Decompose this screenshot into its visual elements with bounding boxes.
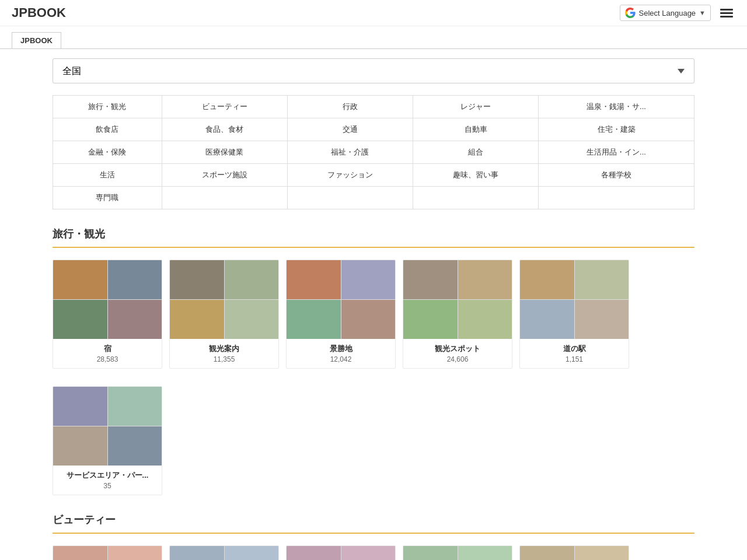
card-img-cell bbox=[575, 300, 629, 339]
section-travel-divider bbox=[53, 247, 694, 248]
category-car[interactable]: 自動車 bbox=[413, 118, 539, 141]
card-img-cell bbox=[225, 260, 279, 299]
card-beauty5-image bbox=[520, 546, 629, 560]
card-keisho-count: 12,042 bbox=[292, 355, 389, 363]
category-life[interactable]: 生活 bbox=[53, 164, 162, 187]
card-yado-count: 28,583 bbox=[59, 355, 156, 363]
travel-card-grid-row2: サービスエリア・パー... 35 bbox=[53, 386, 694, 495]
category-daily-goods[interactable]: 生活用品・イン... bbox=[539, 141, 694, 164]
card-img-cell bbox=[520, 300, 574, 339]
card-img-cell bbox=[520, 260, 574, 299]
travel-card-grid: 宿 28,583 観光案内 11,355 bbox=[53, 260, 694, 369]
card-img-cell bbox=[403, 546, 458, 560]
card-beauty-1[interactable] bbox=[53, 545, 162, 560]
region-select[interactable]: 全国 bbox=[53, 58, 694, 83]
card-keisho-image bbox=[287, 260, 395, 339]
card-img-cell bbox=[108, 426, 162, 466]
main-content: 全国 旅行・観光 ビューティー 行政 レジャー 温泉・銭湯・サ... 飲食店 食… bbox=[41, 49, 706, 560]
card-beauty-5[interactable] bbox=[519, 545, 629, 560]
card-img-cell bbox=[225, 300, 279, 339]
category-finance[interactable]: 金融・保険 bbox=[53, 141, 162, 164]
google-translate-widget[interactable]: Select Language ▼ bbox=[620, 5, 711, 21]
category-travel[interactable]: 旅行・観光 bbox=[53, 96, 162, 118]
site-logo[interactable]: JPBOOK bbox=[12, 5, 66, 20]
card-img-cell bbox=[108, 546, 162, 560]
card-img-cell bbox=[53, 300, 107, 339]
category-empty3 bbox=[413, 187, 539, 209]
card-beauty3-image bbox=[287, 546, 395, 560]
card-michinoeki-count: 1,151 bbox=[526, 355, 623, 363]
card-beauty-2[interactable] bbox=[169, 545, 279, 560]
card-michinoeki[interactable]: 道の駅 1,151 bbox=[519, 260, 629, 369]
card-img-cell bbox=[170, 260, 224, 299]
card-beauty2-image bbox=[170, 546, 278, 560]
category-row: 生活 スポーツ施設 ファッション 趣味、習い事 各種学校 bbox=[53, 164, 694, 187]
category-fashion[interactable]: ファッション bbox=[287, 164, 413, 187]
category-specialist[interactable]: 専門職 bbox=[53, 187, 162, 209]
category-hobby[interactable]: 趣味、習い事 bbox=[413, 164, 539, 187]
card-michinoeki-name: 道の駅 bbox=[526, 344, 623, 354]
card-img-cell bbox=[53, 426, 107, 466]
card-img-cell bbox=[575, 546, 629, 560]
card-img-cell bbox=[403, 260, 458, 299]
card-kanko-name: 観光案内 bbox=[176, 344, 273, 354]
card-yado-info: 宿 28,583 bbox=[53, 339, 162, 368]
category-medical[interactable]: 医療保健業 bbox=[162, 141, 287, 164]
category-empty1 bbox=[162, 187, 287, 209]
category-row: 専門職 bbox=[53, 187, 694, 209]
card-img-cell bbox=[341, 260, 396, 299]
header-right: Select Language ▼ bbox=[620, 5, 735, 21]
category-administration[interactable]: 行政 bbox=[287, 96, 413, 118]
card-kanko-image bbox=[170, 260, 278, 339]
card-img-cell bbox=[341, 546, 396, 560]
card-kankospot-name: 観光スポット bbox=[409, 344, 506, 354]
card-beauty1-image bbox=[53, 546, 162, 560]
card-beauty-4[interactable] bbox=[403, 545, 512, 560]
list-view-button[interactable] bbox=[718, 6, 735, 20]
header: JPBOOK Select Language ▼ bbox=[0, 0, 747, 26]
list-icon-bar1 bbox=[720, 9, 733, 10]
card-img-cell bbox=[341, 300, 396, 339]
card-img-cell bbox=[225, 546, 279, 560]
card-img-cell bbox=[53, 546, 107, 560]
card-img-cell bbox=[108, 260, 162, 299]
card-service-count: 35 bbox=[59, 482, 156, 490]
card-yado-image bbox=[53, 260, 162, 339]
card-img-cell bbox=[458, 300, 512, 339]
nav-tabs: JPBOOK bbox=[0, 26, 747, 49]
section-beauty-divider bbox=[53, 533, 694, 534]
category-row: 飲食店 食品、食材 交通 自動車 住宅・建築 bbox=[53, 118, 694, 141]
category-transport[interactable]: 交通 bbox=[287, 118, 413, 141]
category-restaurant[interactable]: 飲食店 bbox=[53, 118, 162, 141]
card-kankospot[interactable]: 観光スポット 24,606 bbox=[403, 260, 512, 369]
section-travel: 旅行・観光 宿 28,583 bbox=[53, 227, 694, 495]
category-housing[interactable]: 住宅・建築 bbox=[539, 118, 694, 141]
category-school[interactable]: 各種学校 bbox=[539, 164, 694, 187]
card-img-cell bbox=[458, 260, 512, 299]
card-keisho-name: 景勝地 bbox=[292, 344, 389, 354]
card-kanko-count: 11,355 bbox=[176, 355, 273, 363]
card-michinoeki-info: 道の駅 1,151 bbox=[520, 339, 629, 368]
card-keishochi[interactable]: 景勝地 12,042 bbox=[286, 260, 396, 369]
category-food[interactable]: 食品、食材 bbox=[162, 118, 287, 141]
card-kanko-annai[interactable]: 観光案内 11,355 bbox=[169, 260, 279, 369]
google-icon bbox=[625, 8, 636, 18]
card-service-info: サービスエリア・パー... 35 bbox=[53, 466, 162, 495]
category-onsen[interactable]: 温泉・銭湯・サ... bbox=[539, 96, 694, 118]
card-img-cell bbox=[575, 260, 629, 299]
category-sports[interactable]: スポーツ施設 bbox=[162, 164, 287, 187]
category-beauty[interactable]: ビューティー bbox=[162, 96, 287, 118]
card-yado[interactable]: 宿 28,583 bbox=[53, 260, 162, 369]
category-empty4 bbox=[539, 187, 694, 209]
card-kankospot-info: 観光スポット 24,606 bbox=[403, 339, 512, 368]
tab-jpbook[interactable]: JPBOOK bbox=[12, 32, 61, 48]
category-leisure[interactable]: レジャー bbox=[413, 96, 539, 118]
category-union[interactable]: 組合 bbox=[413, 141, 539, 164]
card-beauty-3[interactable] bbox=[286, 545, 396, 560]
category-welfare[interactable]: 福祉・介護 bbox=[287, 141, 413, 164]
card-kanko-info: 観光案内 11,355 bbox=[170, 339, 278, 368]
category-row: 旅行・観光 ビューティー 行政 レジャー 温泉・銭湯・サ... bbox=[53, 96, 694, 118]
card-img-cell bbox=[53, 387, 107, 426]
card-kankospot-count: 24,606 bbox=[409, 355, 506, 363]
card-service-area[interactable]: サービスエリア・パー... 35 bbox=[53, 386, 162, 495]
